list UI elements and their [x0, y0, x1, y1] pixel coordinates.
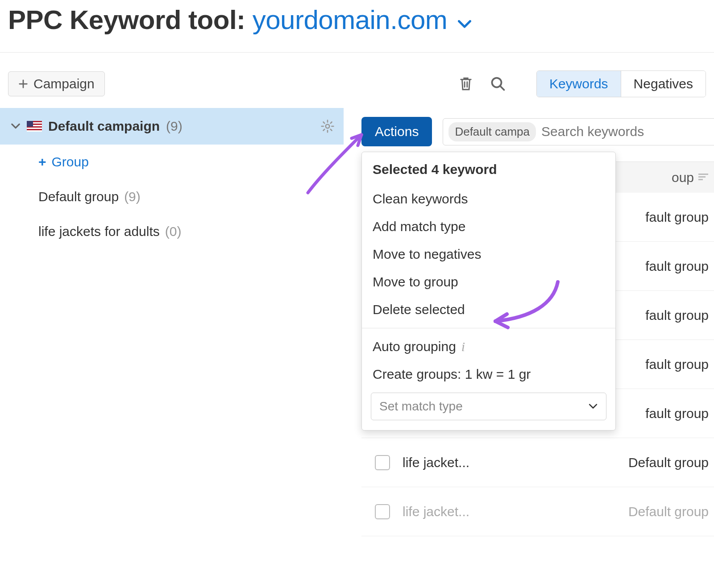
action-delete-selected[interactable]: Delete selected [362, 296, 615, 323]
sidebar-group-item[interactable]: Default group (9) [0, 179, 344, 214]
table-row[interactable]: life jacket... Default group [361, 487, 714, 536]
main: Default campaign (9) + Group Default gro… [0, 108, 714, 536]
campaign-name: Default campaign [48, 119, 160, 134]
add-campaign-label: Campaign [33, 76, 95, 91]
keywords-panel: Actions Default campa oup fault group fa… [344, 108, 714, 536]
row-checkbox[interactable] [375, 455, 390, 470]
campaign-count: (9) [166, 119, 183, 134]
cell-group: Default group [628, 504, 709, 519]
plus-icon: + [38, 154, 46, 170]
campaign-row[interactable]: Default campaign (9) [0, 108, 344, 145]
search-keywords-input[interactable] [541, 124, 711, 139]
domain-link[interactable]: yourdomain.com [253, 5, 448, 35]
group-label: life jackets for adults [38, 224, 160, 239]
svg-rect-8 [698, 174, 708, 175]
tab-negatives[interactable]: Negatives [621, 71, 706, 97]
actions-button[interactable]: Actions [361, 117, 432, 146]
actions-bar: Actions Default campa [361, 108, 714, 146]
cell-keyword: life jacket... [403, 455, 616, 470]
match-type-label: Set match type [379, 399, 463, 414]
info-icon: i [461, 339, 465, 354]
group-count: (9) [124, 189, 141, 204]
svg-rect-5 [27, 130, 42, 132]
auto-grouping-label: Auto grouping [373, 339, 456, 354]
tabs: Keywords Negatives [536, 70, 706, 97]
chevron-down-icon [588, 403, 598, 410]
chevron-down-icon[interactable] [458, 20, 471, 29]
cell-keyword: life jacket... [403, 504, 616, 519]
cell-group: fault group [645, 308, 709, 323]
filter-chip[interactable]: Default campa [448, 122, 536, 141]
dropdown-header: Selected 4 keyword [362, 152, 615, 185]
sidebar-group-item[interactable]: life jackets for adults (0) [0, 214, 344, 249]
action-move-to-group[interactable]: Move to group [362, 268, 615, 296]
add-group-label: Group [52, 154, 89, 170]
action-auto-grouping[interactable]: Auto grouping i [362, 333, 615, 360]
svg-rect-10 [698, 179, 703, 180]
svg-rect-4 [27, 128, 42, 129]
col-group-partial: oup [672, 170, 694, 185]
trash-icon[interactable] [456, 74, 476, 94]
plus-icon [18, 79, 28, 89]
toolbar: Campaign Keywords Negatives [0, 53, 714, 108]
table-row[interactable]: life jacket... Default group [361, 438, 714, 487]
page-title: PPC Keyword tool: yourdomain.com [0, 0, 714, 49]
flag-icon [27, 121, 42, 132]
cell-group: fault group [645, 259, 709, 274]
match-type-select[interactable]: Set match type [371, 393, 606, 420]
search-icon[interactable] [488, 74, 508, 94]
cell-group: fault group [645, 210, 709, 225]
add-campaign-button[interactable]: Campaign [8, 71, 105, 96]
action-create-groups[interactable]: Create groups: 1 kw = 1 gr [362, 360, 615, 388]
divider [362, 328, 615, 328]
gear-icon[interactable] [320, 119, 335, 133]
action-clean-keywords[interactable]: Clean keywords [362, 185, 615, 213]
cell-group: Default group [628, 455, 709, 470]
action-move-to-negatives[interactable]: Move to negatives [362, 240, 615, 268]
group-label: Default group [38, 189, 119, 204]
actions-dropdown: Selected 4 keyword Clean keywords Add ma… [361, 152, 616, 431]
sort-icon[interactable] [698, 174, 708, 182]
svg-point-7 [326, 124, 330, 128]
search-keywords-wrap[interactable]: Default campa [443, 118, 714, 145]
svg-rect-9 [698, 176, 706, 178]
cell-group: fault group [645, 406, 709, 421]
action-add-match-type[interactable]: Add match type [362, 213, 615, 240]
row-checkbox[interactable] [375, 504, 390, 519]
tab-keywords[interactable]: Keywords [537, 71, 621, 97]
add-group-button[interactable]: + Group [0, 145, 344, 179]
svg-rect-6 [27, 121, 33, 127]
sidebar: Default campaign (9) + Group Default gro… [0, 108, 344, 536]
cell-group: fault group [645, 357, 709, 372]
page-title-text: PPC Keyword tool: [8, 5, 253, 35]
group-count: (0) [165, 224, 182, 239]
chevron-down-icon[interactable] [11, 123, 21, 130]
